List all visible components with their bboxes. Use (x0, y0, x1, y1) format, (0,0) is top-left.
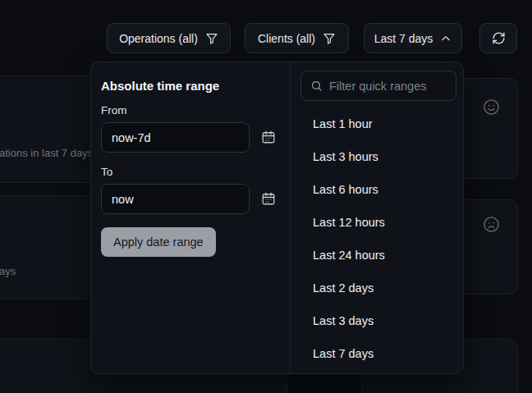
smiley-face-icon (482, 98, 501, 120)
quick-range-option-last-2-days[interactable]: Last 2 days (291, 272, 463, 304)
time-range-label: Last 7 days (374, 32, 433, 45)
dashboard-screen: ations in last 7 days ays Operatio (0, 0, 532, 393)
clients-filter-label: Clients (all) (258, 32, 315, 45)
quick-range-option-last-7-days[interactable]: Last 7 days (291, 337, 463, 370)
frown-face-icon (482, 215, 501, 237)
to-label: To (101, 166, 112, 178)
quick-range-option-last-3-days[interactable]: Last 3 days (291, 304, 463, 337)
operations-filter-label: Operations (all) (119, 32, 198, 45)
clients-filter-button[interactable]: Clients (all) (245, 23, 349, 53)
funnel-icon (323, 32, 336, 45)
quick-range-option-last-3-hours[interactable]: Last 3 hours (291, 140, 463, 173)
apply-date-range-button[interactable]: Apply date range (101, 227, 216, 257)
to-input[interactable] (101, 184, 250, 214)
quick-range-option-last-6-hours[interactable]: Last 6 hours (291, 173, 463, 206)
quick-range-list: Last 1 hour Last 3 hours Last 6 hours La… (291, 107, 463, 373)
calendar-icon (261, 191, 276, 208)
time-range-button[interactable]: Last 7 days (364, 23, 462, 53)
absolute-range-title: Absolute time range (101, 79, 219, 93)
chevron-up-icon (440, 33, 452, 44)
funnel-icon (205, 32, 218, 45)
calendar-icon (261, 130, 276, 147)
refresh-icon (492, 31, 506, 45)
card-subtitle-text: ays (0, 265, 16, 277)
card-subtitle-text: ations in last 7 days (0, 147, 93, 159)
from-input[interactable] (101, 122, 250, 153)
time-range-dropdown: Absolute time range From To (90, 62, 464, 374)
operations-filter-button[interactable]: Operations (all) (107, 23, 231, 53)
from-calendar-button[interactable] (259, 129, 277, 147)
quick-range-option-last-12-hours[interactable]: Last 12 hours (291, 206, 463, 239)
quick-range-search (300, 71, 456, 101)
refresh-button[interactable] (479, 23, 517, 53)
quick-range-option-last-1-hour[interactable]: Last 1 hour (291, 107, 463, 140)
search-icon (310, 80, 323, 92)
to-calendar-button[interactable] (259, 190, 277, 208)
from-label: From (101, 104, 127, 117)
quick-range-filter-input[interactable] (329, 80, 447, 93)
quick-range-option-last-24-hours[interactable]: Last 24 hours (291, 239, 463, 272)
